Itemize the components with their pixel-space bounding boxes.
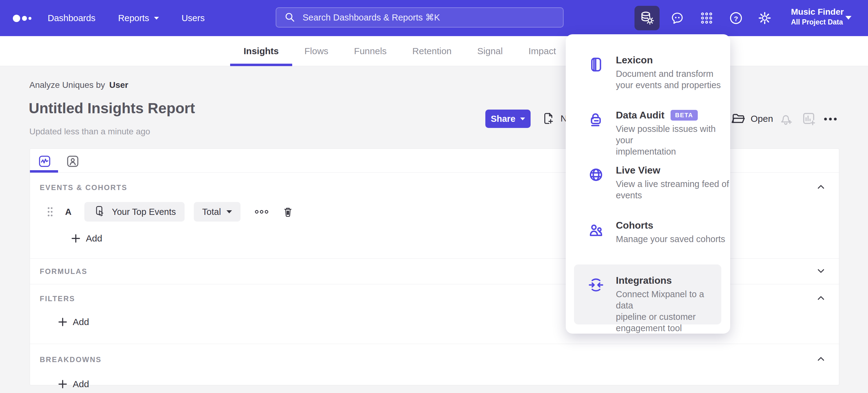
event-click-icon — [93, 205, 106, 219]
plus-icon — [71, 234, 81, 243]
tab-events-view[interactable] — [38, 155, 51, 169]
tab-profiles-view[interactable] — [66, 155, 79, 169]
row-more-button[interactable] — [255, 210, 269, 214]
tab-retention[interactable]: Retention — [412, 36, 452, 66]
menu-item-data-audit[interactable]: Data Audit BETA View possible issues wit… — [588, 110, 730, 157]
tab-flows[interactable]: Flows — [304, 36, 329, 66]
menu-item-lexicon[interactable]: Lexicon Document and transform your even… — [588, 55, 721, 91]
nav-item-label: Users — [182, 13, 205, 23]
sync-arrows-icon — [588, 277, 604, 293]
database-gear-icon — [640, 10, 655, 26]
project-selector[interactable]: Music Finder All Project Data — [791, 6, 844, 26]
menu-item-desc: Document and transform your events and p… — [616, 68, 721, 91]
open-report-button[interactable]: Open — [731, 111, 773, 126]
mixpanel-app: Dashboards Reports Users — [0, 0, 868, 393]
nav-links: Dashboards Reports Users — [48, 0, 205, 36]
collapse-events-button[interactable] — [815, 181, 827, 194]
feedback-button[interactable] — [668, 0, 686, 36]
tab-signal[interactable]: Signal — [477, 36, 503, 66]
menu-item-desc: View a live streaming feed of events — [616, 178, 729, 201]
menu-item-cohorts[interactable]: Cohorts Manage your saved cohorts — [588, 220, 725, 245]
menu-item-title: Live View — [616, 165, 729, 176]
expand-formulas-button[interactable] — [815, 265, 827, 278]
more-options-button[interactable] — [824, 117, 837, 121]
delete-row-button[interactable] — [281, 205, 294, 219]
add-to-dashboard-button[interactable] — [801, 111, 817, 127]
help-icon: ? — [728, 10, 744, 26]
formulas-header: FORMULAS — [40, 267, 87, 276]
help-button[interactable]: ? — [727, 0, 745, 36]
menu-item-live-view[interactable]: Live View View a live streaming feed of … — [588, 165, 729, 201]
menu-item-desc: Connect Mixpanel to a data pipeline or c… — [616, 289, 721, 334]
metric-selector[interactable]: Total — [194, 202, 241, 222]
nav-item-users[interactable]: Users — [182, 13, 205, 23]
data-management-menu: Lexicon Document and transform your even… — [566, 34, 730, 334]
tab-label: Retention — [412, 46, 452, 56]
report-tabs: Insights Flows Funnels Retention Signal … — [243, 36, 557, 66]
share-button[interactable]: Share — [485, 110, 531, 128]
tab-impact[interactable]: Impact — [528, 36, 557, 66]
menu-item-text: Data Audit BETA View possible issues wit… — [616, 110, 730, 157]
book-icon — [588, 56, 604, 73]
chart-plus-icon — [801, 111, 817, 127]
analyze-by-line: Analyze Uniques byUser — [29, 80, 128, 90]
menu-item-desc: Manage your saved cohorts — [616, 233, 725, 245]
collapse-breakdowns-button[interactable] — [815, 353, 827, 366]
section-breakdowns: BREAKDOWNS Add — [30, 344, 839, 393]
menu-item-text: Lexicon Document and transform your even… — [616, 55, 721, 91]
apps-grid-button[interactable] — [698, 0, 716, 36]
mixpanel-logo-icon[interactable] — [12, 11, 36, 26]
alerts-button[interactable] — [778, 112, 794, 127]
active-tab-underline — [30, 170, 58, 173]
nav-item-dashboards[interactable]: Dashboards — [48, 13, 95, 23]
add-label: Add — [86, 233, 102, 244]
tab-label: Flows — [304, 46, 328, 56]
add-breakdown-button[interactable]: Add — [58, 379, 89, 389]
tab-insights[interactable]: Insights — [243, 36, 279, 66]
event-selector[interactable]: Your Top Events — [84, 202, 185, 222]
plus-icon — [58, 380, 67, 389]
chevron-down-icon — [815, 265, 827, 277]
share-label: Share — [491, 114, 516, 124]
filters-header: FILTERS — [40, 294, 75, 303]
open-label: Open — [751, 114, 773, 124]
analyze-value[interactable]: User — [109, 80, 128, 90]
global-search[interactable] — [276, 7, 564, 28]
events-cohorts-header: EVENTS & COHORTS — [40, 183, 127, 192]
svg-text:?: ? — [734, 15, 738, 23]
nav-item-label: Reports — [118, 13, 149, 23]
top-nav: Dashboards Reports Users — [0, 0, 868, 36]
nav-item-reports[interactable]: Reports — [118, 13, 159, 23]
menu-item-title: Cohorts — [616, 220, 725, 231]
chevron-up-icon — [815, 292, 827, 304]
data-management-button[interactable] — [634, 6, 659, 30]
menu-item-title: Lexicon — [616, 55, 721, 66]
ellipsis-icon — [824, 117, 837, 121]
add-label: Add — [73, 317, 89, 327]
event-name: Your Top Events — [112, 207, 176, 217]
menu-item-title: Data Audit BETA — [616, 110, 730, 121]
add-filter-button[interactable]: Add — [58, 317, 89, 327]
collapse-filters-button[interactable] — [815, 292, 827, 305]
drag-handle-icon[interactable] — [47, 206, 54, 218]
chevron-down-icon — [154, 17, 159, 20]
report-title[interactable]: Untitled Insights Report — [29, 100, 195, 117]
plus-icon — [58, 317, 67, 327]
project-env: All Project Data — [791, 18, 844, 26]
users-icon — [588, 222, 604, 238]
add-event-button[interactable]: Add — [71, 233, 102, 244]
search-input[interactable] — [303, 12, 556, 23]
tab-label: Signal — [477, 46, 503, 56]
document-plus-icon — [541, 111, 556, 125]
chevron-up-icon — [815, 181, 827, 193]
project-name: Music Finder — [791, 6, 844, 18]
profile-icon — [66, 155, 79, 168]
menu-item-integrations[interactable]: Integrations Connect Mixpanel to a data … — [574, 264, 721, 325]
tab-funnels[interactable]: Funnels — [353, 36, 387, 66]
settings-gear-icon — [757, 10, 772, 26]
folder-open-icon — [731, 111, 746, 126]
settings-button[interactable] — [755, 0, 774, 36]
globe-icon — [588, 167, 604, 183]
menu-item-desc: View possible issues with your implement… — [616, 123, 730, 157]
event-row-letter: A — [65, 207, 71, 217]
